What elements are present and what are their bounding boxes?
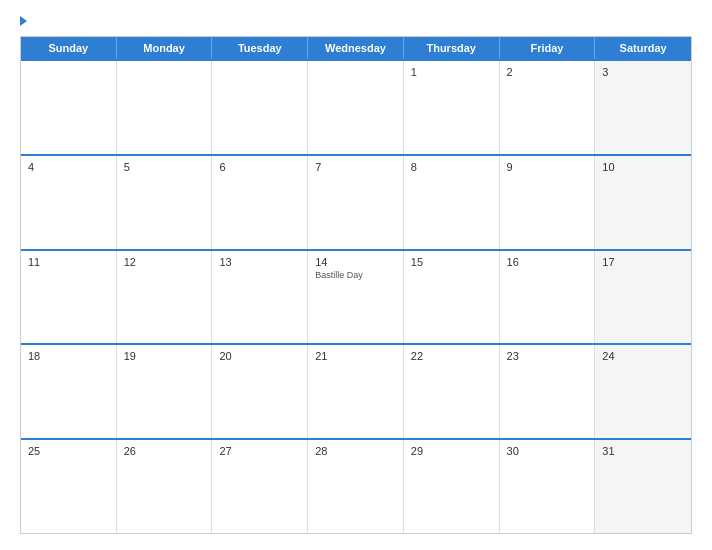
day-number: 24 <box>602 350 684 362</box>
day-cell: 20 <box>212 345 308 438</box>
day-number: 14 <box>315 256 396 268</box>
logo-triangle-icon <box>20 16 27 26</box>
day-cell: 1 <box>404 61 500 154</box>
col-header-monday: Monday <box>117 37 213 59</box>
week-row-3: 11121314Bastille Day151617 <box>21 249 691 344</box>
day-number: 9 <box>507 161 588 173</box>
day-cell: 17 <box>595 251 691 344</box>
day-number: 27 <box>219 445 300 457</box>
day-cell: 16 <box>500 251 596 344</box>
day-event-label: Bastille Day <box>315 270 396 280</box>
day-number: 5 <box>124 161 205 173</box>
day-cell: 4 <box>21 156 117 249</box>
day-number: 7 <box>315 161 396 173</box>
day-cell: 9 <box>500 156 596 249</box>
day-number: 6 <box>219 161 300 173</box>
day-number: 4 <box>28 161 109 173</box>
day-cell: 11 <box>21 251 117 344</box>
day-cell: 29 <box>404 440 500 533</box>
calendar-header-row: SundayMondayTuesdayWednesdayThursdayFrid… <box>21 37 691 59</box>
logo-blue-text <box>20 16 29 26</box>
day-cell: 5 <box>117 156 213 249</box>
col-header-saturday: Saturday <box>595 37 691 59</box>
day-cell: 28 <box>308 440 404 533</box>
logo <box>20 16 29 26</box>
day-cell: 10 <box>595 156 691 249</box>
week-row-5: 25262728293031 <box>21 438 691 533</box>
day-cell: 24 <box>595 345 691 438</box>
day-number: 2 <box>507 66 588 78</box>
day-number: 21 <box>315 350 396 362</box>
day-cell: 12 <box>117 251 213 344</box>
col-header-wednesday: Wednesday <box>308 37 404 59</box>
day-number: 10 <box>602 161 684 173</box>
day-cell <box>308 61 404 154</box>
day-number: 31 <box>602 445 684 457</box>
day-cell: 30 <box>500 440 596 533</box>
col-header-tuesday: Tuesday <box>212 37 308 59</box>
day-number: 28 <box>315 445 396 457</box>
day-cell: 19 <box>117 345 213 438</box>
day-number: 1 <box>411 66 492 78</box>
day-cell: 15 <box>404 251 500 344</box>
col-header-thursday: Thursday <box>404 37 500 59</box>
day-number: 12 <box>124 256 205 268</box>
day-cell: 8 <box>404 156 500 249</box>
day-cell <box>212 61 308 154</box>
day-cell: 21 <box>308 345 404 438</box>
day-cell: 22 <box>404 345 500 438</box>
day-number: 19 <box>124 350 205 362</box>
day-cell: 7 <box>308 156 404 249</box>
day-number: 26 <box>124 445 205 457</box>
week-row-1: 123 <box>21 59 691 154</box>
day-number: 15 <box>411 256 492 268</box>
day-cell: 27 <box>212 440 308 533</box>
day-number: 8 <box>411 161 492 173</box>
day-cell: 23 <box>500 345 596 438</box>
day-cell: 13 <box>212 251 308 344</box>
calendar-body: 1234567891011121314Bastille Day151617181… <box>21 59 691 533</box>
week-row-4: 18192021222324 <box>21 343 691 438</box>
day-cell: 31 <box>595 440 691 533</box>
day-number: 30 <box>507 445 588 457</box>
day-number: 3 <box>602 66 684 78</box>
calendar: SundayMondayTuesdayWednesdayThursdayFrid… <box>20 36 692 534</box>
day-number: 29 <box>411 445 492 457</box>
day-cell: 18 <box>21 345 117 438</box>
header <box>20 16 692 26</box>
day-cell: 6 <box>212 156 308 249</box>
day-number: 13 <box>219 256 300 268</box>
day-cell <box>117 61 213 154</box>
day-number: 20 <box>219 350 300 362</box>
day-number: 17 <box>602 256 684 268</box>
day-cell: 26 <box>117 440 213 533</box>
col-header-friday: Friday <box>500 37 596 59</box>
day-number: 11 <box>28 256 109 268</box>
day-number: 16 <box>507 256 588 268</box>
day-number: 22 <box>411 350 492 362</box>
day-cell: 14Bastille Day <box>308 251 404 344</box>
day-cell: 3 <box>595 61 691 154</box>
page: SundayMondayTuesdayWednesdayThursdayFrid… <box>0 0 712 550</box>
day-cell: 25 <box>21 440 117 533</box>
week-row-2: 45678910 <box>21 154 691 249</box>
day-cell: 2 <box>500 61 596 154</box>
col-header-sunday: Sunday <box>21 37 117 59</box>
day-number: 18 <box>28 350 109 362</box>
day-number: 25 <box>28 445 109 457</box>
day-cell <box>21 61 117 154</box>
day-number: 23 <box>507 350 588 362</box>
